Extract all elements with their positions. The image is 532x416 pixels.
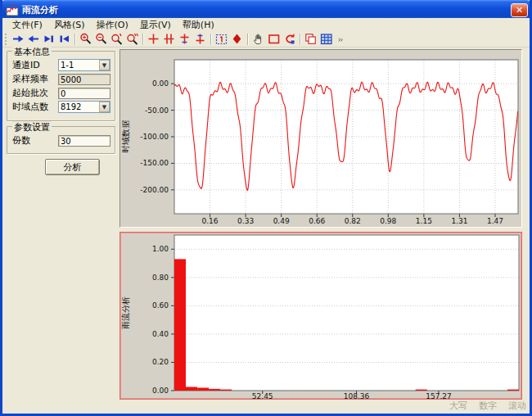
start-batch-row: 起始批次0	[12, 87, 110, 99]
go-start-button[interactable]	[56, 32, 72, 47]
svg-text:0.20: 0.20	[152, 358, 169, 366]
go-end-button[interactable]	[41, 32, 56, 47]
app-icon	[6, 4, 19, 17]
zoom-undo-icon	[110, 33, 123, 45]
toolbar-separator	[210, 34, 211, 45]
zoom-out-button[interactable]	[93, 32, 109, 47]
svg-text:0.66: 0.66	[309, 217, 325, 225]
step-back-button[interactable]	[25, 32, 41, 47]
basic-info-fields: 通道ID1-1▼采样频率5000起始批次0时域点数8192▼	[12, 59, 110, 113]
rainflow-bar	[507, 390, 519, 391]
double-cursor-icon	[163, 33, 175, 45]
params-title: 参数设置	[12, 121, 52, 133]
svg-text:0.16: 0.16	[202, 217, 219, 225]
zoom-redo-icon	[126, 33, 138, 45]
menu-item-help[interactable]: 帮助(H)	[177, 18, 220, 32]
peak-cursor-icon	[178, 33, 191, 45]
analyze-button[interactable]: 分析	[45, 159, 100, 175]
start-batch-label: 起始批次	[12, 87, 58, 99]
svg-text:0.00: 0.00	[152, 79, 169, 88]
channel-id-label: 通道ID	[12, 59, 58, 71]
svg-text:0.49: 0.49	[273, 217, 290, 225]
rainflow-bar	[209, 389, 220, 391]
step-forward-button[interactable]	[10, 32, 25, 47]
box-zoom-icon	[268, 33, 280, 45]
zoom-out-icon	[95, 33, 107, 45]
single-cursor-button[interactable]	[146, 32, 161, 47]
sampling-rate-label: 采样频率	[12, 73, 58, 85]
svg-text:时域数据: 时域数据	[121, 120, 130, 153]
menu-item-file[interactable]: 文件(F)	[7, 18, 48, 32]
start-batch-input[interactable]: 0	[58, 88, 110, 99]
sampling-rate-row: 采样频率5000	[12, 73, 110, 85]
client-area: 基本信息 通道ID1-1▼采样频率5000起始批次0时域点数8192▼ 参数设置…	[2, 47, 530, 414]
toolbar-overflow-button[interactable]	[336, 33, 345, 46]
toolbar-grip[interactable]	[5, 34, 7, 45]
zoom-undo-button[interactable]	[109, 32, 124, 47]
window-title: 雨流分析	[22, 4, 511, 16]
undo-zoom-icon	[283, 33, 295, 45]
diamond-marker-button[interactable]	[229, 32, 245, 47]
time-points-label: 时域点数	[12, 101, 58, 113]
app-window: 雨流分析 ✕ 文件(F)风格(S)操作(O)显示(V)帮助(H) 基本信息 通道…	[0, 0, 532, 416]
time-points-select[interactable]: 8192▼	[58, 101, 110, 113]
rainflow-chart-panel[interactable]: 1.000.800.600.400.200.0052.45108.36157.2…	[119, 232, 522, 400]
toolbar-separator	[74, 34, 75, 45]
zoom-in-icon	[79, 33, 92, 45]
toolbar-separator	[142, 34, 143, 45]
double-cursor-button[interactable]	[161, 32, 177, 47]
rainflow-chart[interactable]: 1.000.800.600.400.200.0052.45108.36157.2…	[120, 233, 520, 399]
valley-cursor-button[interactable]	[192, 32, 208, 47]
toolbar-overflow-icon	[336, 35, 345, 43]
data-grid-button[interactable]	[318, 32, 334, 47]
pan-hand-button[interactable]	[250, 32, 266, 47]
valley-cursor-icon	[194, 33, 206, 45]
svg-text:-100.00: -100.00	[140, 133, 169, 141]
peak-cursor-button[interactable]	[177, 32, 192, 47]
toolbar-separator	[300, 34, 300, 45]
channel-id-value: 1-1	[59, 61, 99, 70]
portions-input[interactable]: 30	[58, 135, 110, 147]
close-button[interactable]: ✕	[511, 3, 528, 17]
svg-text:0.40: 0.40	[152, 330, 169, 338]
status-indicator: 大写	[449, 400, 467, 412]
region-marker-icon	[215, 33, 228, 45]
svg-text:0.98: 0.98	[380, 217, 396, 225]
svg-text:157.27: 157.27	[426, 392, 452, 399]
menu-item-style[interactable]: 风格(S)	[48, 18, 91, 32]
go-start-icon	[58, 33, 70, 45]
region-marker-button[interactable]	[214, 32, 229, 47]
params-group: 参数设置 份数30	[7, 126, 115, 154]
time-domain-chart[interactable]: 0.00-50.00-100.00-150.00-200.000.160.330…	[120, 50, 521, 227]
svg-text:1.47: 1.47	[487, 217, 503, 225]
time-points-row: 时域点数8192▼	[12, 101, 110, 113]
step-forward-icon	[11, 33, 24, 45]
rainflow-bar	[220, 390, 232, 391]
svg-text:0.82: 0.82	[345, 217, 361, 225]
chevron-down-icon[interactable]: ▼	[99, 60, 110, 70]
copy-button[interactable]	[303, 32, 318, 47]
svg-text:-200.00: -200.00	[140, 186, 169, 194]
zoom-redo-button[interactable]	[124, 32, 140, 47]
undo-zoom-button[interactable]	[282, 32, 297, 47]
pan-hand-icon	[252, 33, 264, 45]
menu-item-operate[interactable]: 操作(O)	[91, 18, 134, 32]
box-zoom-button[interactable]	[266, 32, 282, 47]
copy-icon	[304, 33, 317, 45]
basic-info-group: 基本信息 通道ID1-1▼采样频率5000起始批次0时域点数8192▼	[7, 51, 115, 121]
zoom-in-button[interactable]	[78, 32, 93, 47]
rainflow-bar	[416, 390, 427, 391]
status-bar: 大写数字滚动	[449, 400, 526, 412]
sampling-rate-input[interactable]: 5000	[58, 74, 110, 85]
menu-bar: 文件(F)风格(S)操作(O)显示(V)帮助(H)	[2, 18, 530, 31]
chevron-down-icon[interactable]: ▼	[99, 102, 110, 112]
go-end-icon	[43, 33, 55, 45]
channel-id-select[interactable]: 1-1▼	[58, 59, 110, 71]
time-points-value: 8192	[59, 102, 99, 111]
single-cursor-icon	[147, 33, 160, 45]
svg-text:0.60: 0.60	[152, 301, 169, 310]
status-indicator: 滚动	[508, 400, 526, 412]
svg-text:1.15: 1.15	[416, 217, 432, 225]
time-domain-chart-panel[interactable]: 0.00-50.00-100.00-150.00-200.000.160.330…	[119, 49, 522, 228]
menu-item-view[interactable]: 显示(V)	[134, 18, 177, 32]
